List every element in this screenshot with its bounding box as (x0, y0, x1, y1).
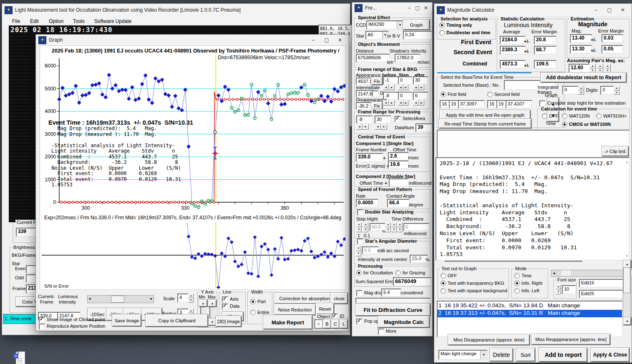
menu-option[interactable]: Option (49, 19, 63, 24)
rate-field[interactable]: 0.4000 (356, 199, 378, 208)
calc-wat910-radio[interactable]: WAT910H> (596, 113, 627, 119)
second-field-radio[interactable]: Second field (487, 92, 520, 97)
event-listbox[interactable]: 1 16 19 35.422 +/- 0.042s, S/N= 13.84 D … (437, 301, 623, 337)
memo-hscrollbar[interactable] (445, 261, 582, 262)
mode-info-left-radio[interactable]: Info. Left (514, 288, 539, 294)
calc-cmos-radio[interactable]: CMOS or WAT100N (562, 122, 611, 127)
window-vscrollbar[interactable]: ▲ ▼ (623, 260, 631, 326)
menu-file[interactable]: File (12, 19, 20, 24)
object-c-button[interactable]: C (331, 319, 340, 329)
appearance-fix-button[interactable]: Fix (371, 77, 383, 85)
calc-wat120-radio[interactable]: WAT120N (562, 113, 590, 119)
miss-reappearance-button[interactable]: Miss Reapppearance [approx. tine] (531, 334, 610, 345)
after-stepper[interactable]: ◄► (413, 85, 424, 90)
scale-stepper[interactable]: ▲▼ (188, 294, 194, 303)
object-b-button[interactable]: B (323, 319, 331, 329)
event-list-item-selected[interactable]: 2 16 19 37.313 +/- 0.047s, S/N= 10.31 R … (438, 310, 622, 317)
vscroll-down-icon[interactable]: ▼ (623, 317, 631, 325)
second-err-field[interactable]: 88.7 (534, 46, 556, 55)
ccd-select[interactable]: IMX290▼ (366, 20, 404, 30)
consider-step-checkbox[interactable]: Consider step hight for time estimation (539, 100, 626, 107)
apply-close-button[interactable]: Apply & Close (591, 348, 629, 362)
mag1-err-field[interactable]: 0.03 (602, 34, 623, 43)
delete-button[interactable]: Delete (490, 348, 513, 361)
sse-field[interactable]: 6676049 (393, 277, 431, 286)
calc-off-radio[interactable]: OFF (542, 113, 558, 119)
scroll-left-icon[interactable]: ◄ (88, 296, 91, 301)
maximize-button[interactable]: ▢ (603, 6, 616, 14)
close-graph-button[interactable]: close (330, 293, 348, 304)
menu-software-update[interactable]: Software Update (94, 19, 131, 24)
magnitude-calc-button[interactable]: Magnitude Calc (378, 316, 430, 328)
timediff-stepper-c[interactable]: ▲▼ (397, 222, 403, 232)
correction-absorption-button[interactable]: Correction for absorption (274, 293, 335, 304)
noise-reduction-button[interactable]: Noise Reduction (274, 304, 316, 315)
textout-off-radio[interactable]: OFF (441, 273, 457, 279)
mag-drop-checkbox[interactable]: Mag drop (356, 290, 383, 296)
offset-time-field[interactable]: 2.6 (388, 152, 409, 161)
dis-before-stepper[interactable]: ◄► (383, 100, 395, 105)
distance-field[interactable]: 675389506 (356, 54, 390, 63)
proc-end-field[interactable]: 30 (375, 115, 391, 124)
font-size-stepper[interactable]: ▲▼ (556, 284, 561, 294)
for-grazing-radio[interactable]: for Grazing (395, 270, 425, 276)
step-stepper-01[interactable]: ▲▼ (363, 222, 368, 232)
close-button[interactable]: ✕ (422, 4, 430, 12)
angular-field[interactable]: 0.0 (362, 246, 379, 254)
second-avg-field[interactable]: 2389.3 (500, 46, 526, 55)
before-field[interactable]: -1 (383, 76, 399, 85)
time2-s[interactable]: 37.4107 (506, 100, 532, 108)
fit-diffraction-button[interactable]: Fit to Diffraction Curve (355, 304, 431, 316)
digits-stepper[interactable]: ▲▼ (614, 86, 619, 95)
mag-drop-field[interactable]: 5.4 (381, 289, 401, 297)
ymin-up-button[interactable]: ▲ (199, 300, 207, 307)
miss-disappearance-button[interactable]: Miss Disappearance (approx. time) (448, 334, 530, 345)
step-stepper[interactable]: ◄► (398, 85, 408, 90)
step-stepper-1[interactable]: ▲▼ (356, 222, 362, 232)
event-list-item[interactable]: 1 16 19 35.422 +/- 0.042s, S/N= 13.84 D … (438, 302, 621, 310)
menu-edit[interactable]: Edit (30, 19, 39, 24)
angular-stepper[interactable]: ▲▼ (356, 246, 361, 256)
mode-time-radio[interactable]: Time (514, 273, 531, 279)
ymax-down-button[interactable]: ▼ (208, 319, 217, 326)
close-button[interactable]: ✕ (334, 36, 346, 44)
d-checkbox[interactable]: D (372, 90, 383, 97)
close-button[interactable]: ✕ (617, 6, 629, 14)
frame-scrollbar[interactable]: ◄ ► (87, 295, 154, 303)
after-field[interactable]: 30 (413, 76, 428, 85)
contact-angle-field[interactable]: 66.4 (387, 199, 410, 208)
combined-avg-field[interactable]: 4573.3 (500, 60, 526, 69)
memo-scroll-down-icon[interactable]: ▼ (626, 254, 628, 258)
video-frame-left[interactable] (9, 25, 36, 222)
spectral-graph-button[interactable]: Graph (403, 20, 430, 30)
minimize-button[interactable]: – (307, 36, 320, 44)
reset-button[interactable]: Reset (316, 303, 334, 314)
timing-only-radio[interactable]: Timing only (439, 23, 472, 28)
data-checkbox[interactable]: Data (222, 304, 239, 310)
dropdown-icon[interactable]: ▼ (480, 351, 487, 359)
assuming-stepper-1[interactable]: ▲▼ (589, 64, 596, 73)
object-a-button[interactable]: A (315, 319, 323, 329)
popup-checkbox[interactable]: Pop up (356, 319, 379, 325)
doublestar-time-radio[interactable]: Doublestar and time (439, 30, 491, 35)
selectarea-checkbox[interactable]: SelectArea (395, 116, 425, 122)
add-doublestar-button[interactable]: Add doublestar result to Report (541, 73, 627, 83)
dis-after-stepper[interactable]: ◄► (413, 100, 424, 105)
reproduce-aperture-checkbox[interactable]: Reproduce Aperture Position (39, 324, 106, 330)
datanum-field[interactable]: 39 (415, 123, 432, 132)
intermediate-field[interactable]: 2147.8 (356, 90, 374, 98)
offset2-field[interactable] (389, 178, 409, 187)
add-to-report-button[interactable]: Add to report (539, 348, 587, 362)
proc-end-stepper[interactable]: ◄► (375, 124, 387, 130)
edit25-field[interactable]: Edit25 (579, 290, 623, 299)
dis-step-stepper[interactable]: ◄► (398, 100, 408, 105)
textout-opaque-radio[interactable]: Text with opaque background (441, 288, 507, 294)
minimize-button[interactable]: – (590, 6, 602, 14)
ymax-slider[interactable] (209, 306, 215, 319)
first-avg-field[interactable]: 2184.0 (500, 36, 526, 45)
menu-tools[interactable]: Tools (73, 19, 85, 24)
3d-image-button[interactable]: [3D] Image (216, 316, 242, 327)
minimize-button[interactable]: – (405, 4, 413, 12)
memo-scroll-up-icon[interactable]: ▲ (626, 160, 628, 164)
angular-diameter-checkbox[interactable]: Star's Angular Diameter (356, 238, 418, 245)
